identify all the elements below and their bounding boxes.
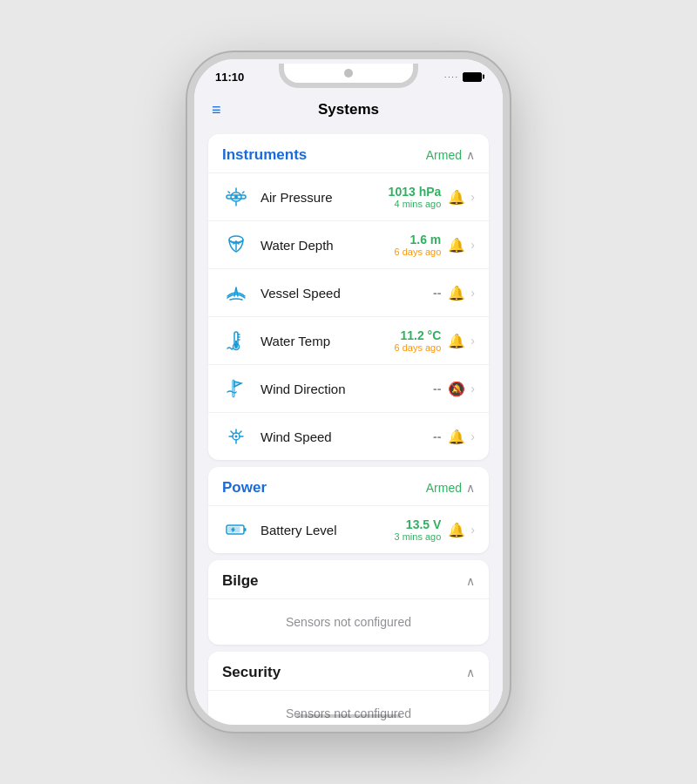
sensor-value-block: 1013 hPa4 mins ago	[389, 185, 442, 209]
sensor-value: --	[389, 286, 441, 300]
bell-icon[interactable]: 🔔	[448, 522, 465, 538]
wind-direction-icon	[222, 375, 250, 402]
sensor-value-block: --	[389, 382, 441, 395]
phone-frame: 11:10 ···· ≡ Systems InstrumentsArmed∧	[187, 52, 510, 732]
section-header-instruments[interactable]: InstrumentsArmed∧	[208, 134, 489, 172]
sensor-value-block: 13.5 V3 mins ago	[389, 517, 441, 542]
sensor-row-water-temp[interactable]: Water Temp11.2 °C6 days ago🔔›	[208, 316, 489, 364]
sensor-value: --	[389, 429, 441, 443]
sensor-name: Wind Direction	[261, 382, 389, 396]
svg-rect-13	[244, 528, 247, 531]
bell-icon[interactable]: 🔔	[448, 237, 465, 253]
section-instruments: InstrumentsArmed∧ Air Pressure1013 hPa4 …	[208, 134, 489, 460]
status-bar: 11:10 ····	[194, 66, 503, 87]
svg-point-10	[235, 436, 238, 438]
section-header-power[interactable]: PowerArmed∧	[208, 467, 489, 505]
vessel-speed-icon	[222, 279, 250, 307]
sensor-ago: 6 days ago	[389, 247, 441, 257]
sensor-ago: 6 days ago	[389, 342, 441, 353]
sensor-row-battery-level[interactable]: Battery Level13.5 V3 mins ago🔔›	[208, 505, 489, 553]
sensor-value: --	[389, 382, 441, 395]
menu-icon[interactable]: ≡	[212, 101, 221, 119]
sensor-value-block: 11.2 °C6 days ago	[389, 328, 441, 353]
phone-screen: 11:10 ···· ≡ Systems InstrumentsArmed∧	[194, 59, 503, 725]
section-bilge: Bilge∧Sensors not configured	[208, 560, 489, 645]
battery-status-icon	[463, 72, 482, 82]
sensor-ago: 3 mins ago	[389, 531, 441, 542]
sensor-chevron-right: ›	[470, 334, 475, 348]
sensor-chevron-right: ›	[470, 238, 475, 252]
signal-icon: ····	[444, 73, 459, 81]
sensor-chevron-right: ›	[470, 523, 475, 537]
sensor-chevron-right: ›	[470, 382, 475, 395]
sensor-name: Battery Level	[261, 523, 389, 537]
bell-off-icon[interactable]: 🔕	[448, 381, 465, 397]
sensor-ago: 4 mins ago	[389, 199, 442, 209]
water-depth-icon	[222, 231, 250, 259]
section-power: PowerArmed∧ Battery Level13.5 V3 mins ag…	[208, 467, 489, 553]
svg-point-2	[234, 195, 238, 199]
sensor-name: Vessel Speed	[261, 286, 389, 301]
status-time: 11:10	[215, 71, 244, 84]
battery-level-icon	[222, 516, 250, 544]
sensor-name: Water Temp	[261, 334, 389, 348]
section-title-bilge: Bilge	[222, 572, 259, 590]
sensor-row-wind-speed[interactable]: Wind Speed--🔔›	[208, 412, 489, 460]
app-content: ≡ Systems InstrumentsArmed∧ Air Pressure…	[194, 94, 503, 725]
sensor-chevron-right: ›	[470, 286, 475, 300]
bell-icon[interactable]: 🔔	[448, 285, 465, 301]
sensor-chevron-right: ›	[470, 190, 475, 204]
sections-container: InstrumentsArmed∧ Air Pressure1013 hPa4 …	[194, 134, 503, 725]
section-chevron-power: ∧	[466, 481, 475, 495]
sensor-value-block: --	[389, 429, 441, 443]
sensor-value: 13.5 V	[389, 517, 441, 531]
section-title-instruments: Instruments	[222, 146, 307, 164]
wind-speed-icon	[222, 422, 250, 450]
sensor-value: 1013 hPa	[389, 185, 442, 199]
svg-point-7	[234, 345, 238, 348]
bell-icon[interactable]: 🔔	[448, 429, 465, 445]
sensor-row-wind-direction[interactable]: Wind Direction--🔕›	[208, 364, 489, 412]
sensor-value-block: --	[389, 286, 441, 300]
sensors-not-configured-security: Sensors not configured	[208, 690, 489, 725]
app-header: ≡ Systems	[194, 94, 503, 127]
water-temp-icon	[222, 327, 250, 355]
section-chevron-instruments: ∧	[466, 148, 475, 162]
section-header-security[interactable]: Security∧	[208, 652, 489, 690]
page-title: Systems	[318, 101, 379, 118]
sensor-value: 1.6 m	[389, 233, 441, 247]
section-header-bilge[interactable]: Bilge∧	[208, 560, 489, 598]
bell-icon[interactable]: 🔔	[448, 333, 465, 349]
air-pressure-icon	[222, 183, 250, 211]
sensor-chevron-right: ›	[470, 429, 475, 443]
status-right-icons: ····	[444, 72, 482, 82]
sensor-value: 11.2 °C	[389, 328, 441, 342]
sensor-row-vessel-speed[interactable]: Vessel Speed--🔔›	[208, 268, 489, 316]
sensor-name: Air Pressure	[261, 190, 389, 205]
section-title-security: Security	[222, 664, 281, 681]
section-status-instruments: Armed	[426, 148, 462, 162]
home-indicator	[296, 714, 401, 718]
sensor-value-block: 1.6 m6 days ago	[389, 233, 441, 257]
sensor-row-water-depth[interactable]: Water Depth1.6 m6 days ago🔔›	[208, 220, 489, 268]
bell-icon[interactable]: 🔔	[448, 189, 465, 206]
sensor-name: Wind Speed	[261, 429, 389, 444]
section-status-power: Armed	[426, 481, 462, 495]
section-chevron-bilge: ∧	[466, 574, 475, 588]
sensor-name: Water Depth	[261, 238, 389, 253]
sensors-not-configured-bilge: Sensors not configured	[208, 598, 489, 645]
section-title-power: Power	[222, 479, 267, 497]
sensor-row-air-pressure[interactable]: Air Pressure1013 hPa4 mins ago🔔›	[208, 172, 489, 220]
section-chevron-security: ∧	[466, 666, 475, 679]
